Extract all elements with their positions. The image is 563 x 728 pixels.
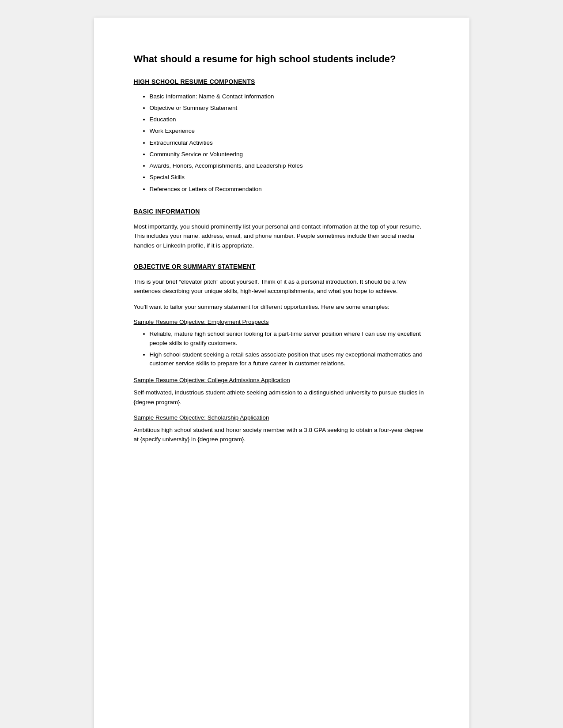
components-heading: HIGH SCHOOL RESUME COMPONENTS [134, 78, 430, 85]
list-item: High school student seeking a retail sal… [150, 350, 430, 368]
components-list: Basic Information: Name & Contact Inform… [134, 92, 430, 194]
basic-info-heading: BASIC INFORMATION [134, 208, 430, 215]
list-item: Education [150, 115, 430, 124]
college-body: Self-motivated, industrious student-athl… [134, 388, 430, 407]
employment-list: Reliable, mature high school senior look… [134, 330, 430, 368]
components-section: HIGH SCHOOL RESUME COMPONENTS Basic Info… [134, 78, 430, 194]
page-container: What should a resume for high school stu… [94, 18, 469, 728]
scholarship-body: Ambitious high school student and honor … [134, 425, 430, 444]
list-item: Objective or Summary Statement [150, 104, 430, 113]
employment-subsection-heading: Sample Resume Objective: Employment Pros… [134, 319, 430, 325]
scholarship-subsection-heading: Sample Resume Objective: Scholarship App… [134, 414, 430, 421]
list-item: Community Service or Volunteering [150, 150, 430, 159]
main-title: What should a resume for high school stu… [134, 53, 430, 66]
list-item: Basic Information: Name & Contact Inform… [150, 92, 430, 101]
objective-intro2: You’ll want to tailor your summary state… [134, 302, 430, 312]
college-subsection-heading: Sample Resume Objective: College Admissi… [134, 377, 430, 383]
objective-heading: OBJECTIVE OR SUMMARY STATEMENT [134, 263, 430, 270]
list-item: Special Skills [150, 173, 430, 182]
objective-section: OBJECTIVE OR SUMMARY STATEMENT This is y… [134, 263, 430, 444]
list-item: Extracurricular Activities [150, 139, 430, 147]
list-item: Awards, Honors, Accomplishments, and Lea… [150, 161, 430, 170]
basic-info-section: BASIC INFORMATION Most importantly, you … [134, 208, 430, 251]
basic-info-body: Most importantly, you should prominently… [134, 222, 430, 251]
list-item: Work Experience [150, 127, 430, 135]
objective-intro1: This is your brief “elevator pitch” abou… [134, 277, 430, 296]
list-item: References or Letters of Recommendation [150, 185, 430, 194]
list-item: Reliable, mature high school senior look… [150, 330, 430, 348]
